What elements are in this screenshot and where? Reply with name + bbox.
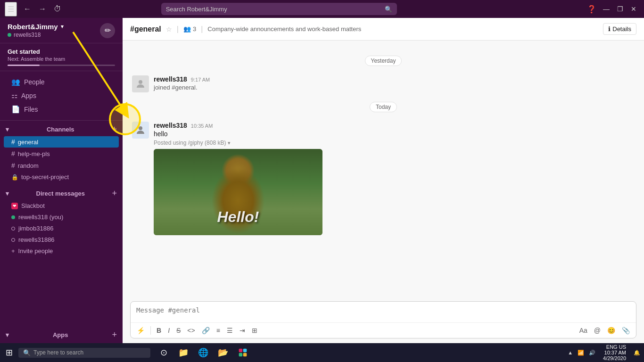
taskbar-search-input[interactable]	[33, 349, 146, 356]
join-avatar	[132, 75, 149, 92]
taskbar-explorer[interactable]: 📁	[174, 344, 193, 361]
channels-collapse-icon: ▾	[6, 126, 9, 133]
star-icon[interactable]: ☆	[166, 25, 172, 33]
dm-section: ▾ Direct messages + ❤ Slackbot rewells31…	[0, 185, 123, 259]
apps-icon: ⚏	[11, 91, 17, 100]
workspace-header: Robert&Jimmy ▾ rewells318 ✏	[0, 18, 123, 43]
channel-header-right: ℹ Details	[603, 23, 636, 35]
channel-item-general[interactable]: # general	[4, 136, 119, 148]
dm-item-slackbot[interactable]: ❤ Slackbot	[4, 200, 119, 211]
mention-button[interactable]: @	[592, 325, 603, 336]
text-style-button[interactable]: Aa	[577, 325, 590, 336]
gif-container: Hello!	[154, 149, 322, 235]
search-icon: 🔍	[385, 6, 392, 13]
channel-item-random[interactable]: # random	[4, 160, 119, 171]
taskbar-right: ▲ 📶 🔊 ENG US 10:37 AM 4/29/2020 🔔	[566, 344, 642, 361]
giphy-label: Posted using /giphy (808 kB)	[154, 140, 226, 146]
close-button[interactable]: ✕	[628, 4, 639, 14]
lightning-button[interactable]: ⚡	[134, 325, 147, 336]
svg-rect-3	[243, 349, 247, 353]
dm-item-rewells318[interactable]: rewells318 (you)	[4, 212, 119, 222]
channels-header[interactable]: ▾ Channels +	[0, 123, 123, 136]
systray-network[interactable]: 📶	[576, 349, 586, 357]
window-controls: — ❐ ✕	[600, 4, 639, 14]
history-button[interactable]: ⏱	[51, 3, 64, 15]
user-avatar	[132, 122, 149, 139]
sidebar-item-apps[interactable]: ⚏ Apps	[4, 89, 119, 102]
files-icon: 📄	[11, 105, 20, 114]
add-dm-button[interactable]: +	[112, 189, 117, 197]
online-dot	[11, 215, 15, 219]
notification-button[interactable]: 🔔	[632, 349, 642, 357]
hash-icon: #	[11, 138, 15, 146]
taskbar-chrome[interactable]: 🌐	[194, 344, 213, 361]
compose-button[interactable]: ✏	[100, 23, 115, 38]
giphy-dropdown-icon[interactable]: ▾	[228, 140, 231, 146]
systray-volume[interactable]: 🔊	[587, 349, 597, 357]
taskbar-files[interactable]: 📂	[214, 344, 232, 361]
members-icon: 👥	[183, 25, 191, 33]
menu-icon[interactable]: ☰	[5, 2, 17, 16]
channel-name: help-me-pls	[18, 150, 50, 157]
search-input[interactable]	[166, 6, 385, 13]
taskbar-slack[interactable]	[233, 344, 252, 361]
sidebar-item-files[interactable]: 📄 Files	[4, 103, 119, 116]
taskbar-search[interactable]: 🔍	[18, 348, 150, 358]
strikethrough-button[interactable]: S	[174, 325, 183, 336]
details-label: Details	[612, 25, 631, 33]
taskbar-cortana[interactable]: ⊙	[154, 344, 173, 361]
hello-message-content: rewells318 10:35 AM hello Posted using /…	[154, 122, 635, 235]
search-bar[interactable]: 🔍	[161, 3, 397, 15]
systray-up-arrow[interactable]: ▲	[566, 349, 575, 356]
channel-item-top-secret[interactable]: 🔒 top-secret-project	[4, 172, 119, 182]
attachment-button[interactable]: 📎	[619, 325, 632, 336]
italic-button[interactable]: I	[165, 325, 172, 336]
bold-button[interactable]: B	[154, 325, 164, 336]
join-message: rewells318 9:17 AM joined #general.	[132, 74, 635, 94]
workspace-name[interactable]: Robert&Jimmy ▾	[8, 23, 64, 31]
add-app-button[interactable]: +	[112, 330, 117, 339]
add-channel-button[interactable]: +	[112, 125, 117, 133]
minimize-button[interactable]: —	[600, 4, 612, 14]
taskbar-clock[interactable]: ENG US 10:37 AM 4/29/2020	[599, 344, 630, 361]
dm-header[interactable]: ▾ Direct messages +	[0, 187, 123, 200]
details-button[interactable]: ℹ Details	[603, 23, 636, 35]
message-input[interactable]	[131, 302, 636, 321]
restore-button[interactable]: ❐	[614, 4, 626, 14]
sidebar: Robert&Jimmy ▾ rewells318 ✏ Get started …	[0, 18, 123, 343]
lock-icon: 🔒	[11, 174, 18, 181]
channel-description: Company-wide announcements and work-base…	[207, 25, 361, 33]
invite-people-item[interactable]: + Invite people	[4, 246, 119, 256]
dm-item-rewells31886[interactable]: rewells31886	[4, 234, 119, 245]
dm-section-label: Direct messages	[36, 190, 85, 197]
apps-bottom-section: ▾ Apps +	[0, 326, 123, 343]
dm-name: Slackbot	[21, 202, 45, 209]
channel-name-heading: #general	[130, 25, 161, 33]
emoji-button[interactable]: 😊	[605, 325, 618, 336]
indent-button[interactable]: ⇥	[237, 325, 248, 336]
svg-point-0	[139, 80, 142, 84]
taskbar-pinned-icons: ⊙ 📁 🌐 📂	[154, 344, 252, 361]
clock-date: 4/29/2020	[603, 355, 626, 361]
apps-bottom-header[interactable]: ▾ Apps +	[0, 328, 123, 341]
start-button[interactable]: ⊞	[2, 346, 17, 360]
forward-button[interactable]: →	[36, 3, 49, 15]
channel-item-help-me-pls[interactable]: # help-me-pls	[4, 148, 119, 159]
svg-point-1	[139, 126, 142, 130]
join-message-content: rewells318 9:17 AM joined #general.	[154, 75, 635, 91]
code-button[interactable]: <>	[185, 325, 197, 336]
apps-collapse-icon: ▾	[6, 331, 9, 338]
offline-dot	[11, 227, 15, 230]
help-button[interactable]: ❓	[587, 5, 596, 14]
messages-area: Yesterday rewells318 9:17 AM joined #gen…	[123, 41, 644, 296]
link-button[interactable]: 🔗	[199, 325, 212, 336]
format-button[interactable]: ⊞	[249, 325, 260, 336]
ordered-list-button[interactable]: ≡	[214, 325, 223, 336]
dm-collapse-icon: ▾	[6, 190, 9, 197]
back-button[interactable]: ←	[21, 3, 34, 15]
dm-item-jimbob31886[interactable]: jimbob31886	[4, 223, 119, 234]
unordered-list-button[interactable]: ☰	[224, 325, 235, 336]
channel-header: #general ☆ | 👥 3 | Company-wide announce…	[123, 18, 644, 41]
sidebar-item-people[interactable]: 👥 People	[4, 75, 119, 89]
channel-name: general	[18, 139, 38, 146]
